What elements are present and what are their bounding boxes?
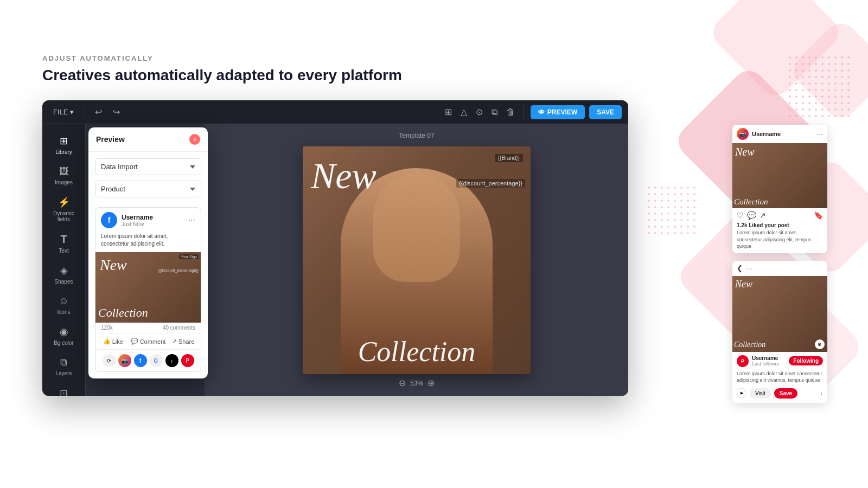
fb-like-button[interactable]: 👍 Like	[95, 336, 131, 347]
sidebar-item-resize[interactable]: ⊡ Resize	[46, 383, 82, 396]
facebook-preview-card: f Username Just Now ··· Lorem ipsum dolo…	[95, 207, 201, 372]
sidebar-item-text[interactable]: T Text	[46, 229, 82, 258]
canvas-discount-tag: {{discount_percentage}}	[456, 179, 525, 188]
sidebar-item-shapes[interactable]: ◈ Shapes	[46, 260, 82, 289]
fb-brand-tag: Your Sign	[179, 254, 199, 259]
ig-image-bg: New Collection	[732, 143, 827, 208]
ig-story-text-collection: Collection	[734, 341, 765, 349]
sidebar-item-layers[interactable]: ⧉ Layers	[46, 352, 82, 381]
social-icon-rewind[interactable]: ⟳	[103, 354, 116, 367]
fb-comments: 40 comments	[163, 325, 195, 331]
sidebar-item-dynamic[interactable]: ⚡ Dynamic fields	[46, 192, 82, 227]
social-icon-google[interactable]: G	[150, 354, 163, 367]
ig-story-zoom-icon[interactable]: ⊕	[815, 339, 825, 349]
zoom-level: 53%	[410, 380, 423, 387]
social-icon-tiktok[interactable]: ♪	[165, 354, 178, 367]
pin-follower: Last follower	[752, 361, 786, 367]
ig-more-icon[interactable]: ···	[816, 130, 823, 138]
undo-button[interactable]: ↩	[92, 105, 105, 119]
shapes-icon: ◈	[60, 265, 68, 277]
diamond-2	[787, 17, 868, 124]
fb-text-collection: Collection	[98, 306, 148, 320]
pin-following-button[interactable]: Following	[789, 356, 823, 365]
icons-icon: ☺	[59, 296, 68, 307]
toolbar: FILE ▾ ↩ ↪ ⊞ △ ⊙ ⧉ 🗑 👁 PREVIEW SAVE	[42, 100, 628, 124]
sidebar-item-bg-color[interactable]: ◉ Bg color	[46, 322, 82, 350]
preview-modal: Preview × Data Import Product f Username…	[88, 127, 208, 378]
copy-icon[interactable]: ⧉	[489, 105, 500, 119]
pin-caption: Lorem ipsum dolor sit amet consectetur a…	[732, 370, 827, 386]
social-icon-facebook[interactable]: f	[134, 354, 147, 367]
sidebar-item-images[interactable]: 🖼 Images	[46, 162, 82, 190]
ig-story-more-icon[interactable]: ···	[746, 264, 752, 273]
pin-download-icon[interactable]: ↓	[820, 389, 823, 397]
images-icon: 🖼	[59, 166, 69, 177]
diamond-1	[707, 0, 845, 101]
redo-button[interactable]: ↪	[110, 105, 123, 119]
ig-comment-icon[interactable]: 💬	[747, 211, 756, 220]
undo-icon: ↩	[95, 107, 102, 117]
ig-story-bg: New Collection ⊕	[732, 276, 827, 352]
shapes-icon[interactable]: △	[458, 105, 469, 119]
file-menu-button[interactable]: FILE ▾	[49, 106, 78, 118]
dynamic-icon: ⚡	[58, 196, 70, 208]
canvas-frame[interactable]: {{Brand}} {{discount_percentage}} New Co…	[303, 146, 531, 374]
fb-stats: 120k 40 comments	[95, 323, 201, 333]
dot-pattern-2	[646, 184, 700, 239]
bg-color-icon: ◉	[60, 326, 68, 338]
instagram-story-card: ❮ ··· New Collection ⊕ P Username Last f…	[732, 261, 827, 403]
delete-icon[interactable]: 🗑	[504, 105, 517, 119]
library-icon: ⊞	[60, 135, 68, 147]
instagram-preview-card: 📷 Username ··· New Collection ♡ 💬 ↗ 🔖 1.…	[732, 125, 827, 253]
toolbar-divider-2	[524, 106, 524, 119]
fb-likes: 120k	[101, 325, 113, 331]
pin-actions: ▶ Visit Save ↓	[732, 386, 827, 403]
canvas-text-collection: Collection	[305, 338, 528, 366]
right-panel: 📷 Username ··· New Collection ♡ 💬 ↗ 🔖 1.…	[732, 125, 835, 403]
close-icon: ×	[193, 137, 196, 143]
ig-caption: Lorem ipsum dolor sit amet, consectetur …	[732, 228, 827, 253]
sidebar-item-library[interactable]: ⊞ Library	[46, 131, 82, 159]
app-window: FILE ▾ ↩ ↪ ⊞ △ ⊙ ⧉ 🗑 👁 PREVIEW SAVE ⊞	[42, 100, 628, 396]
fb-social-icons: ⟳ 📷 f G ♪ P	[95, 349, 201, 371]
canvas-area[interactable]: Template 07 {{Brand}} {{discount_percent…	[205, 124, 628, 396]
ig-likes: 1.2k Liked your post	[732, 222, 827, 228]
pin-visit-button[interactable]: Visit	[750, 388, 771, 399]
redo-icon: ↪	[113, 107, 120, 117]
dot-pattern-1	[787, 54, 852, 119]
fb-post-time: Just Now	[122, 221, 153, 227]
zoom-out-button[interactable]: ⊖	[399, 378, 406, 388]
sidebar-item-icons[interactable]: ☺ Icons	[46, 291, 82, 319]
fb-share-button[interactable]: ↗ Share	[165, 336, 201, 347]
fb-comment-button[interactable]: 💬 Comment	[131, 336, 166, 347]
fb-more-icon[interactable]: ···	[188, 215, 195, 225]
social-icon-pinterest[interactable]: P	[181, 354, 194, 367]
pin-user-info: Username Last follower	[752, 355, 786, 367]
data-import-select[interactable]: Data Import	[95, 158, 201, 175]
social-icon-instagram[interactable]: 📷	[118, 354, 131, 367]
product-select[interactable]: Product	[95, 181, 201, 197]
resize-icon: ⊡	[60, 387, 68, 396]
preview-modal-body: Data Import Product f Username Just Now …	[88, 152, 208, 378]
pin-play-button[interactable]: ▶	[737, 388, 746, 398]
layers-icon[interactable]: ⊞	[443, 105, 454, 119]
share-icon[interactable]: ⊙	[474, 105, 485, 119]
ig-share-icon[interactable]: ↗	[760, 211, 766, 220]
zoom-in-button[interactable]: ⊕	[427, 378, 435, 388]
ig-story-image: New Collection ⊕	[732, 276, 827, 352]
preview-modal-title: Preview	[96, 135, 125, 144]
ig-heart-icon[interactable]: ♡	[737, 211, 744, 220]
pin-save-button[interactable]: Save	[774, 388, 797, 399]
ig-save-icon[interactable]: 🔖	[814, 211, 823, 220]
pin-footer: P Username Last follower Following	[732, 352, 827, 370]
canvas-brand-tag: {{Brand}}	[495, 154, 523, 162]
ig-story-back-icon[interactable]: ❮	[737, 264, 743, 272]
canvas-zoom-bar: ⊖ 53% ⊕	[399, 378, 435, 388]
fb-actions: 👍 Like 💬 Comment ↗ Share	[95, 333, 201, 349]
model-face	[373, 174, 460, 282]
preview-modal-close-button[interactable]: ×	[189, 134, 200, 145]
text-icon: T	[60, 233, 67, 246]
eye-icon: 👁	[538, 108, 545, 116]
preview-button[interactable]: 👁 PREVIEW	[531, 105, 585, 119]
save-button[interactable]: SAVE	[589, 105, 622, 119]
